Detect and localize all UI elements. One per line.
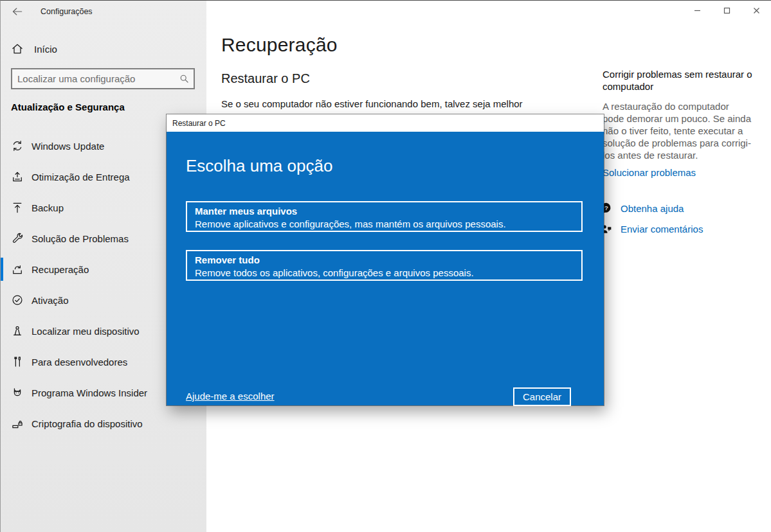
sidebar-item-label: Solução de Problemas [32,233,129,244]
sidebar-item-label: Para desenvolvedores [32,357,127,368]
troubleshoot-icon [11,232,24,245]
settings-window: Configurações Início Atualização e Segur… [0,0,771,532]
get-help-link-row[interactable]: ? Obtenha ajuda [600,201,703,215]
help-me-choose-link[interactable]: Ajude-me a escolher [186,391,275,402]
delivery-optimization-icon [11,170,24,183]
dialog-body: Escolha uma opção Manter meus arquivos R… [167,132,604,405]
encryption-icon [11,417,24,430]
troubleshoot-link[interactable]: Solucionar problemas [603,167,696,178]
back-button[interactable] [7,4,28,21]
send-feedback-label: Enviar comentários [621,224,703,235]
send-feedback-link-row[interactable]: Enviar comentários [600,222,703,236]
sidebar-item-label: Início [34,44,57,55]
aside-column: Corrigir problemas sem restaurar o compu… [603,68,753,179]
option-title: Remover tudo [195,253,574,267]
back-arrow-icon [11,5,24,21]
close-icon [753,5,760,17]
get-help-label: Obtenha ajuda [621,203,684,214]
sidebar-item-label: Otimização de Entrega [32,172,130,182]
cancel-button[interactable]: Cancelar [513,387,571,406]
sidebar-item-label: Criptografia do dispositivo [32,418,143,429]
option-description: Remove aplicativos e configurações, mas … [195,218,574,231]
option-description: Remove todos os aplicativos, configuraçõ… [195,267,574,279]
option-title: Manter meus arquivos [195,204,574,218]
developers-icon [11,355,24,368]
section-title: Restaurar o PC [221,71,310,86]
sidebar-item-label: Programa Windows Insider [32,387,147,398]
window-controls [682,1,771,22]
sidebar-item-label: Localizar meu dispositivo [32,326,140,337]
sidebar-item-device-encryption[interactable]: Criptografia do dispositivo [1,408,206,439]
home-icon [11,42,24,55]
minimize-icon [694,5,701,17]
aside-paragraph: A restauração do computador pode demorar… [603,100,753,161]
search-icon[interactable] [174,73,194,84]
page-title: Recuperação [221,34,338,56]
dialog-title: Restaurar o PC [172,119,226,128]
close-button[interactable] [741,1,771,21]
help-links: ? Obtenha ajuda Enviar comentários [600,201,703,242]
backup-icon [11,201,24,214]
aside-heading: Corrigir problemas sem restaurar o compu… [603,68,753,93]
dialog-titlebar: Restaurar o PC [167,114,604,132]
app-title: Configurações [41,7,93,16]
search-input[interactable] [12,73,174,84]
option-keep-my-files[interactable]: Manter meus arquivos Remove aplicativos … [186,201,583,232]
sidebar-item-label: Ativação [32,295,69,306]
recovery-icon [11,263,24,276]
sidebar-item-label: Windows Update [32,141,104,152]
section-text: Se o seu computador não estiver funciona… [221,98,523,109]
activation-icon [11,294,24,306]
sidebar-item-home[interactable]: Início [1,38,206,60]
maximize-icon [723,5,730,17]
svg-text:?: ? [604,204,608,211]
sync-icon [11,139,24,152]
maximize-button[interactable] [712,1,741,21]
reset-pc-dialog: Restaurar o PC Escolha uma opção Manter … [167,114,604,405]
sidebar-item-label: Backup [32,202,64,213]
dialog-heading: Escolha uma opção [186,156,332,176]
insider-icon [11,386,24,399]
find-device-icon [11,324,24,337]
settings-search-box [11,68,195,89]
minimize-button[interactable] [682,1,712,21]
option-remove-everything[interactable]: Remover tudo Remove todos os aplicativos… [186,250,583,281]
sidebar-section-title: Atualização e Segurança [11,102,125,112]
sidebar-item-label: Recuperação [32,264,89,275]
